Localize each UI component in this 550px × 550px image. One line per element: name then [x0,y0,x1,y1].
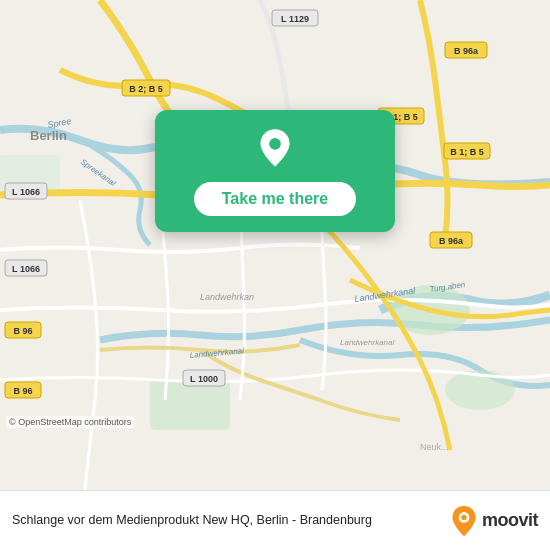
take-me-there-button[interactable]: Take me there [194,182,356,216]
moovit-brand-text: moovit [482,510,538,531]
svg-text:L 1000: L 1000 [190,374,218,384]
svg-text:L 1066: L 1066 [12,187,40,197]
svg-text:B 2; B 5: B 2; B 5 [129,84,163,94]
svg-rect-2 [150,380,230,430]
moovit-logo: moovit [450,505,538,537]
svg-text:Berlin: Berlin [30,128,67,143]
svg-text:Landwehrkanal: Landwehrkanal [340,338,394,347]
svg-text:B 96a: B 96a [454,46,479,56]
svg-point-38 [461,514,466,519]
svg-text:Neuk...: Neuk... [420,442,449,452]
svg-text:Landwehrkan: Landwehrkan [200,292,254,302]
svg-text:L 1129: L 1129 [281,14,309,24]
osm-credit: © OpenStreetMap contributors [6,416,134,428]
svg-text:B 96a: B 96a [439,236,464,246]
bottom-bar: Schlange vor dem Medienprodukt New HQ, B… [0,490,550,550]
svg-point-36 [269,138,281,150]
location-description: Schlange vor dem Medienprodukt New HQ, B… [12,512,450,528]
svg-text:L 1066: L 1066 [12,264,40,274]
svg-text:B 1; B 5: B 1; B 5 [450,147,484,157]
moovit-pin-icon [450,505,478,537]
popup-card: Take me there [155,110,395,232]
map-container: L 1129 B 96a B 2; B 5 B 1; B 5 B 1; B 5 … [0,0,550,490]
svg-text:B 96: B 96 [13,326,32,336]
svg-text:B 96: B 96 [13,386,32,396]
location-pin-icon [255,128,295,168]
